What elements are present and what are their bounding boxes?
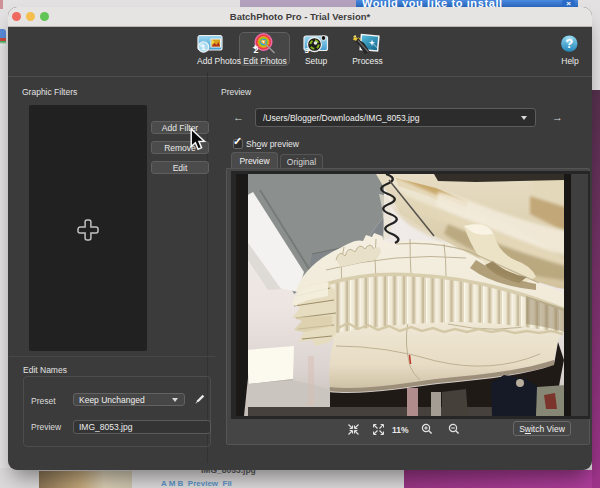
svg-text:3: 3 [305,46,310,54]
svg-text:1: 1 [201,43,206,52]
svg-text:?: ? [566,37,574,51]
svg-text:2: 2 [254,45,259,55]
